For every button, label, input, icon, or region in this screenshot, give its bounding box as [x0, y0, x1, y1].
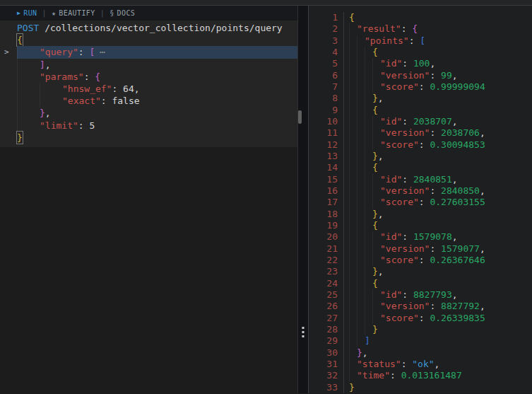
indent-guide — [365, 93, 372, 104]
line-number: 10 — [309, 116, 344, 127]
indent-guide — [372, 139, 380, 151]
code-token: "limit" — [40, 120, 78, 132]
fold-arrow-icon[interactable]: > — [4, 46, 9, 58]
run-button[interactable]: ▶ RUN — [17, 9, 37, 17]
code-token: : — [409, 35, 420, 47]
indent-guide — [372, 58, 380, 69]
response-line: 20"id": 1579078, — [309, 231, 532, 243]
response-line: 6"version": 99, — [309, 70, 532, 81]
code-token: 1579077 — [441, 243, 480, 255]
indent-guide — [365, 197, 372, 208]
request-code-line[interactable]: }, — [0, 107, 297, 119]
indent-guide — [365, 127, 372, 139]
request-code-line[interactable]: >"query": [ ⋯ — [0, 46, 297, 58]
code-token: : — [430, 127, 441, 139]
beautify-button[interactable]: ★ BEAUTIFY — [52, 9, 95, 17]
indent-guide — [349, 324, 357, 335]
line-number: 22 — [309, 255, 344, 266]
line-number: 17 — [309, 197, 344, 208]
request-code-line[interactable]: "hnsw_ef": 64, — [0, 83, 297, 95]
editor-gutter — [0, 107, 17, 119]
response-line: 5"id": 100, — [309, 58, 532, 69]
indent-guide — [365, 324, 372, 335]
code-token: "id" — [380, 58, 402, 69]
code-token: "id" — [380, 231, 402, 243]
code-token: , — [378, 209, 384, 220]
left-editor-scrollbar-thumb[interactable] — [298, 110, 302, 124]
indent-guide — [349, 70, 357, 81]
code-line-content: { — [17, 34, 297, 46]
indent-guide — [349, 23, 357, 35]
code-token: "version" — [380, 70, 430, 81]
code-line-content: "status": "ok", — [349, 359, 532, 370]
code-token: "id" — [380, 116, 402, 127]
code-token[interactable]: ⋯ — [95, 46, 105, 58]
indent-guide — [365, 209, 372, 220]
indent-guide — [349, 81, 357, 93]
line-number: 15 — [309, 174, 344, 185]
indent-guide — [357, 324, 365, 335]
code-token: { — [372, 220, 378, 231]
code-line-content: "score": 0.26367646 — [349, 255, 532, 266]
response-line: 17"score": 0.27603155 — [309, 197, 532, 208]
code-token: "version" — [380, 301, 430, 312]
response-line: 18}, — [309, 209, 532, 220]
indent-guide — [357, 243, 365, 255]
code-token: , — [362, 347, 368, 359]
request-code-line[interactable]: "limit": 5 — [0, 120, 297, 132]
code-token: "version" — [380, 243, 430, 255]
indent-guide — [365, 185, 372, 197]
request-code-line[interactable]: "params": { — [0, 71, 297, 83]
request-editor[interactable]: POST /collections/vector_collection/poin… — [0, 21, 297, 147]
indent-guide — [365, 105, 372, 116]
request-code-line[interactable]: "exact": false — [0, 95, 297, 107]
request-code-line[interactable]: ], — [0, 59, 297, 71]
indent-guide — [357, 139, 365, 151]
code-line-content: { — [349, 105, 532, 116]
code-token: "exact" — [62, 95, 101, 107]
indent-guide — [349, 151, 357, 162]
indent-guide — [357, 266, 365, 277]
response-line: 25"id": 8827793, — [309, 289, 532, 301]
indent-guide — [357, 220, 365, 231]
code-token: "score" — [380, 313, 419, 324]
request-code-line[interactable]: } — [0, 132, 297, 144]
pane-divider[interactable] — [298, 6, 309, 393]
code-token: "ok" — [412, 359, 434, 370]
indent-guide — [349, 255, 357, 266]
docs-button[interactable]: § DOCS — [110, 9, 135, 17]
editor-gutter — [0, 59, 17, 71]
indent-guide — [349, 231, 357, 243]
code-token: : — [419, 197, 430, 208]
code-token: , — [45, 107, 51, 119]
indent-guide — [17, 120, 40, 132]
indent-guide — [349, 58, 357, 69]
code-token: } — [357, 347, 362, 359]
response-line: 14{ — [309, 162, 532, 173]
beautify-button-label: BEAUTIFY — [59, 9, 95, 17]
code-line-content: { — [349, 47, 532, 58]
request-code-line[interactable]: { — [0, 34, 297, 46]
code-token: , — [378, 266, 384, 277]
indent-guide — [357, 93, 365, 104]
indent-guide — [372, 81, 380, 93]
code-token: } — [349, 382, 355, 393]
indent-guide — [372, 174, 380, 185]
code-line-content: "score": 0.99999094 — [349, 81, 532, 93]
indent-guide — [17, 107, 40, 119]
code-token: { — [372, 278, 378, 289]
code-line-content: { — [349, 278, 532, 289]
response-line: 9{ — [309, 105, 532, 116]
code-token: : — [401, 23, 413, 35]
indent-guide — [17, 83, 40, 95]
request-code-line[interactable]: POST /collections/vector_collection/poin… — [0, 22, 297, 34]
indent-guide — [372, 185, 380, 197]
indent-guide — [357, 197, 365, 208]
code-token: ] — [365, 335, 370, 347]
indent-guide — [349, 278, 357, 289]
indent-guide — [40, 83, 62, 95]
code-token: : — [402, 116, 413, 127]
grip-dots-icon[interactable] — [302, 327, 305, 337]
indent-guide — [357, 335, 365, 347]
code-token: , — [452, 289, 458, 301]
